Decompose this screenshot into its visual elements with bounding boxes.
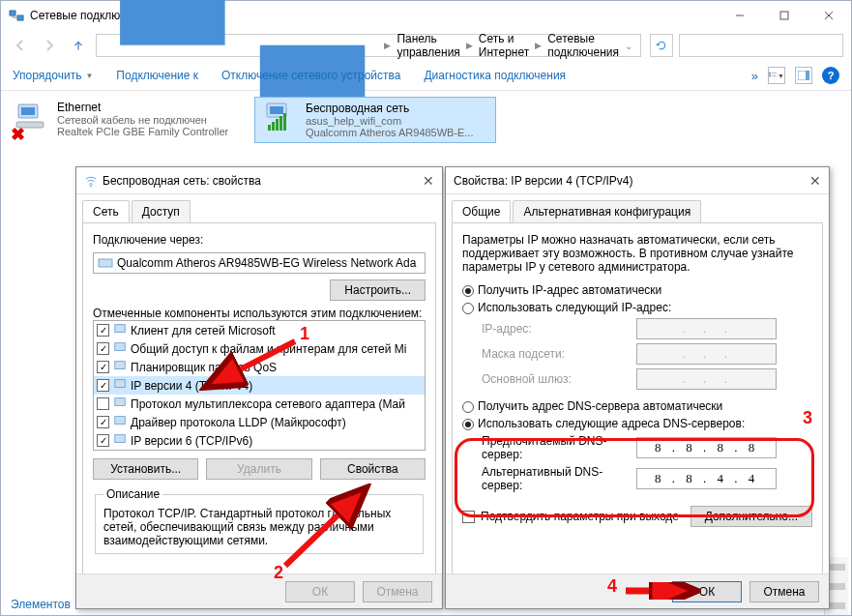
svg-rect-29 (115, 435, 126, 443)
checkbox[interactable]: ✓ (97, 416, 109, 428)
cancel-button[interactable]: Отмена (363, 581, 432, 602)
breadcrumb-part[interactable]: Сетевые подключения (542, 32, 625, 59)
radio-dns-auto[interactable] (462, 401, 474, 413)
ok-button[interactable]: ОК (285, 581, 355, 602)
view-layout-button[interactable]: ▼ (768, 67, 785, 84)
svg-rect-16 (268, 125, 271, 131)
svg-rect-27 (115, 398, 126, 406)
checkbox[interactable]: ✓ (97, 379, 109, 392)
wifi-icon (84, 174, 98, 188)
gateway-field: . . . (636, 368, 777, 390)
svg-rect-20 (283, 113, 286, 131)
help-button[interactable]: ? (822, 67, 839, 84)
component-icon (113, 432, 127, 449)
svg-rect-18 (276, 119, 279, 131)
cancel-button[interactable]: Отмена (749, 581, 819, 602)
diagnose-button[interactable]: Диагностика подключения (424, 69, 566, 82)
checkbox[interactable]: ✓ (97, 342, 109, 355)
svg-rect-23 (115, 325, 126, 333)
ipv4-properties-dialog: Свойства: IP версии 4 (TCP/IPv4) ✕ Общие… (445, 166, 830, 609)
preview-pane-button[interactable] (795, 67, 812, 84)
tab-access[interactable]: Доступ (132, 200, 191, 222)
annotation-number-4: 4 (607, 576, 617, 597)
connection-name: Ethernet (57, 101, 228, 114)
radio-dns-manual[interactable] (462, 419, 474, 430)
checkbox[interactable]: ✓ (97, 434, 109, 447)
organize-menu[interactable]: Упорядочить▼ (13, 69, 93, 82)
search-input[interactable] (679, 34, 843, 57)
radio-ip-manual[interactable] (462, 303, 474, 314)
chevron-down-icon[interactable]: ⌄ (625, 41, 636, 51)
remove-button[interactable]: Удалить (206, 458, 311, 480)
close-icon[interactable]: ✕ (809, 173, 821, 189)
svg-point-21 (90, 185, 92, 187)
radio-ip-auto[interactable] (462, 285, 474, 297)
connection-adapter: Qualcomm Atheros AR9485WB-E... (306, 127, 474, 138)
connection-adapter: Realtek PCIe GBE Family Controller (57, 126, 228, 137)
dialog-title: Беспроводная сеть: свойства (103, 174, 261, 188)
install-button[interactable]: Установить... (93, 458, 198, 480)
svg-rect-17 (272, 122, 275, 131)
refresh-button[interactable] (650, 34, 673, 57)
connect-via-label: Подключение через: (93, 233, 426, 247)
connection-status: Сетевой кабель не подключен (57, 114, 228, 126)
ip-address-field: . . . (636, 318, 777, 339)
network-icon (9, 8, 24, 23)
tab-network[interactable]: Сеть (82, 200, 130, 222)
dialog-titlebar: Свойства: IP версии 4 (TCP/IPv4) ✕ (446, 167, 829, 194)
svg-rect-19 (279, 116, 282, 131)
component-label: Клиент для сетей Microsoft (131, 324, 276, 337)
checkbox[interactable]: ✓ (97, 361, 109, 373)
component-icon (113, 322, 127, 338)
component-icon (113, 359, 127, 375)
components-label: Отмеченные компоненты используются этим … (93, 307, 426, 320)
connection-status: asus_help_wifi_com (306, 115, 474, 127)
up-button[interactable] (67, 34, 90, 57)
checkbox[interactable]: ✓ (97, 324, 109, 337)
x-icon: ✖ (11, 124, 25, 145)
subnet-mask-field: . . . (636, 343, 777, 365)
breadcrumb-part[interactable]: Панель управления (391, 32, 465, 59)
svg-rect-15 (270, 106, 283, 114)
component-label: Драйвер протокола LLDP (Майкрософт) (131, 416, 346, 429)
close-icon[interactable]: ✕ (423, 173, 434, 189)
forward-button[interactable] (38, 34, 61, 57)
adapter-icon (98, 255, 113, 271)
dialog-titlebar: Беспроводная сеть: свойства ✕ (76, 167, 442, 194)
component-row[interactable]: ✓Драйвер протокола LLDP (Майкрософт) (94, 413, 425, 431)
maximize-button[interactable] (762, 1, 807, 30)
close-button[interactable] (807, 1, 851, 30)
svg-rect-26 (115, 380, 126, 388)
minimize-button[interactable] (718, 1, 762, 30)
svg-rect-28 (115, 417, 126, 425)
connection-item[interactable]: ✖ Ethernet Сетевой кабель не подключен R… (7, 97, 249, 143)
svg-rect-25 (115, 362, 126, 369)
configure-button[interactable]: Настроить... (330, 279, 426, 301)
component-icon (113, 377, 127, 394)
tab-general[interactable]: Общие (452, 200, 511, 222)
component-icon (113, 396, 127, 412)
checkbox[interactable] (97, 397, 109, 410)
annotation-number-3: 3 (803, 408, 812, 428)
properties-button[interactable]: Свойства (320, 458, 426, 480)
svg-rect-2 (780, 12, 788, 19)
breadcrumb-part[interactable]: Сеть и Интернет (473, 32, 535, 59)
wifi-icon (263, 102, 298, 132)
tab-alt-config[interactable]: Альтернативная конфигурация (513, 200, 701, 222)
component-row[interactable]: ✓IP версии 6 (TCP/IPv6) (94, 431, 425, 450)
connect-to-button[interactable]: Подключение к (116, 69, 198, 82)
breadcrumb[interactable]: ▶ Панель управления▶ Сеть и Интернет▶ Се… (96, 34, 641, 57)
svg-rect-10 (806, 71, 809, 80)
svg-line-31 (285, 491, 363, 566)
disable-device-button[interactable]: Отключение сетевого устройства (221, 69, 400, 82)
back-button[interactable] (9, 34, 32, 57)
svg-rect-7 (769, 74, 771, 76)
svg-line-30 (210, 341, 295, 385)
annotation-number-2: 2 (274, 563, 283, 583)
dialog-title: Свойства: IP версии 4 (TCP/IPv4) (454, 174, 633, 188)
connection-item[interactable]: Беспроводная сеть asus_help_wifi_com Qua… (254, 97, 496, 143)
svg-rect-22 (99, 259, 112, 267)
annotation-ring (455, 438, 814, 517)
component-label: IP версии 6 (TCP/IPv6) (131, 434, 252, 448)
more-menu[interactable]: » (751, 69, 758, 83)
